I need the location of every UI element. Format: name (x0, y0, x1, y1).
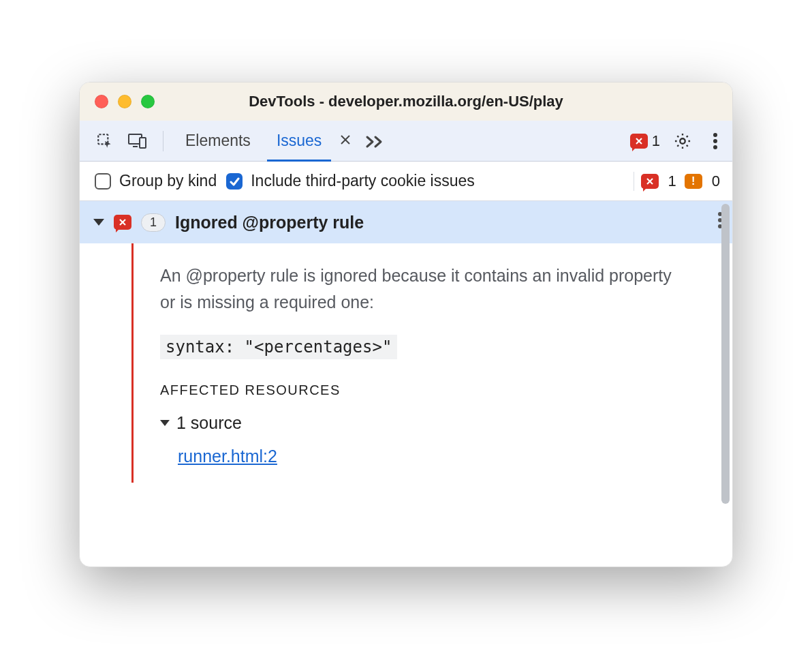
error-badge[interactable]: 1 (630, 132, 663, 150)
kebab-menu-icon[interactable] (702, 128, 728, 154)
window-title: DevTools - developer.mozilla.org/en-US/p… (80, 93, 732, 110)
traffic-lights (80, 95, 155, 108)
tab-bar: Elements Issues 1 (80, 121, 732, 162)
close-window-button[interactable] (95, 95, 108, 108)
svg-rect-3 (140, 138, 146, 148)
include-third-party-option[interactable]: Include third-party cookie issues (226, 172, 475, 190)
error-icon (641, 174, 659, 189)
svg-point-11 (713, 145, 717, 149)
issue-body: An @property rule is ignored because it … (80, 243, 732, 483)
expand-triangle-icon[interactable] (93, 219, 104, 226)
options-bar: Group by kind Include third-party cookie… (80, 162, 732, 201)
devtools-window: DevTools - developer.mozilla.org/en-US/p… (79, 82, 733, 567)
source-count: 1 source (176, 413, 242, 433)
error-count-opt: 1 (668, 172, 676, 190)
checkbox-unchecked-icon (95, 173, 111, 190)
divider (163, 131, 163, 151)
settings-icon[interactable] (670, 128, 696, 154)
divider (634, 172, 634, 191)
titlebar: DevTools - developer.mozilla.org/en-US/p… (80, 82, 732, 121)
device-toolbar-icon[interactable] (125, 128, 151, 154)
issue-description: An @property rule is ignored because it … (160, 262, 689, 316)
svg-point-10 (713, 139, 717, 143)
warning-count-opt: 0 (712, 172, 720, 190)
error-icon (630, 134, 648, 149)
minimize-window-button[interactable] (118, 95, 131, 108)
affected-resources-heading: AFFECTED RESOURCES (160, 382, 689, 398)
tab-elements[interactable]: Elements (176, 121, 260, 161)
group-by-kind-option[interactable]: Group by kind (95, 172, 217, 190)
source-toggle-row[interactable]: 1 source (160, 413, 689, 433)
more-tabs-icon[interactable] (362, 128, 388, 154)
source-link[interactable]: runner.html:2 (178, 447, 277, 466)
group-by-kind-label: Group by kind (119, 172, 217, 190)
svg-point-9 (713, 133, 717, 137)
fullscreen-window-button[interactable] (141, 95, 155, 108)
error-count: 1 (652, 132, 660, 150)
include-third-party-label: Include third-party cookie issues (251, 172, 475, 190)
warning-icon: ! (685, 174, 702, 189)
error-icon (114, 215, 131, 230)
inspect-element-icon[interactable] (92, 128, 118, 154)
issue-code: syntax: "<percentages>" (160, 335, 397, 359)
close-tab-icon[interactable] (339, 132, 352, 150)
checkbox-checked-icon (226, 173, 243, 190)
issue-count-pill: 1 (141, 213, 166, 232)
issue-row-header[interactable]: 1 Ignored @property rule (80, 201, 732, 243)
scrollbar-thumb[interactable] (721, 204, 730, 504)
issues-panel: 1 Ignored @property rule An @property ru… (80, 201, 732, 567)
issue-title: Ignored @property rule (175, 213, 364, 232)
svg-point-8 (680, 138, 685, 143)
tab-issues[interactable]: Issues (267, 121, 331, 161)
expand-triangle-icon (160, 420, 170, 426)
